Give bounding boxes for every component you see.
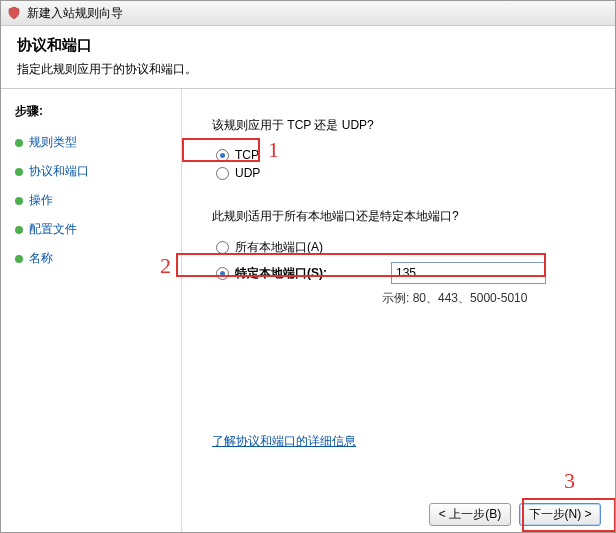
sidebar-item-action[interactable]: 操作 bbox=[15, 192, 171, 209]
sidebar-title: 步骤: bbox=[15, 103, 171, 120]
back-button[interactable]: < 上一步(B) bbox=[429, 503, 511, 526]
sidebar: 步骤: 规则类型 协议和端口 操作 配置文件 名称 bbox=[1, 89, 181, 533]
radio-specific-ports[interactable] bbox=[216, 267, 229, 280]
question-ports: 此规则适用于所有本地端口还是特定本地端口? bbox=[212, 208, 597, 225]
annotation-3: 3 bbox=[564, 468, 575, 494]
sidebar-item-profile[interactable]: 配置文件 bbox=[15, 221, 171, 238]
footer: < 上一步(B) 下一步(N) > bbox=[429, 503, 601, 526]
shield-icon bbox=[7, 6, 21, 20]
sidebar-item-label: 协议和端口 bbox=[29, 163, 89, 180]
learn-more-text: 了解协议和端口的详细信息 bbox=[212, 434, 356, 448]
bullet-icon bbox=[15, 226, 23, 234]
group-ports: 此规则适用于所有本地端口还是特定本地端口? 所有本地端口(A) 特定本地端口(S… bbox=[212, 208, 597, 307]
sidebar-item-rule-type[interactable]: 规则类型 bbox=[15, 134, 171, 151]
bullet-icon bbox=[15, 139, 23, 147]
page-title: 协议和端口 bbox=[17, 36, 599, 55]
sidebar-item-name[interactable]: 名称 bbox=[15, 250, 171, 267]
body: 步骤: 规则类型 协议和端口 操作 配置文件 名称 该 bbox=[1, 89, 615, 533]
wizard-window: 新建入站规则向导 协议和端口 指定此规则应用于的协议和端口。 步骤: 规则类型 … bbox=[0, 0, 616, 533]
radio-udp-label: UDP bbox=[235, 166, 260, 180]
radio-specific-ports-label: 特定本地端口(S): bbox=[235, 265, 385, 282]
window-title: 新建入站规则向导 bbox=[27, 1, 123, 25]
bullet-icon bbox=[15, 255, 23, 263]
sidebar-item-label: 配置文件 bbox=[29, 221, 77, 238]
titlebar: 新建入站规则向导 bbox=[1, 1, 615, 26]
sidebar-item-label: 规则类型 bbox=[29, 134, 77, 151]
content: 该规则应用于 TCP 还是 UDP? TCP UDP 此规则适用于所有本地端口还… bbox=[181, 89, 615, 533]
sidebar-item-label: 操作 bbox=[29, 192, 53, 209]
radio-row-specific-ports[interactable]: 特定本地端口(S): bbox=[216, 262, 597, 284]
specific-ports-input[interactable] bbox=[391, 262, 546, 284]
question-protocol: 该规则应用于 TCP 还是 UDP? bbox=[212, 117, 597, 134]
radio-tcp-label: TCP bbox=[235, 148, 259, 162]
radio-tcp[interactable] bbox=[216, 149, 229, 162]
learn-more-link[interactable]: 了解协议和端口的详细信息 bbox=[212, 433, 356, 450]
next-button[interactable]: 下一步(N) > bbox=[519, 503, 601, 526]
radio-udp[interactable] bbox=[216, 167, 229, 180]
header: 协议和端口 指定此规则应用于的协议和端口。 bbox=[1, 26, 615, 88]
bullet-icon bbox=[15, 168, 23, 176]
ports-example: 示例: 80、443、5000-5010 bbox=[382, 290, 597, 307]
radio-all-ports[interactable] bbox=[216, 241, 229, 254]
page-subtitle: 指定此规则应用于的协议和端口。 bbox=[17, 61, 599, 78]
sidebar-item-protocol-port[interactable]: 协议和端口 bbox=[15, 163, 171, 180]
sidebar-item-label: 名称 bbox=[29, 250, 53, 267]
radio-row-tcp[interactable]: TCP bbox=[216, 148, 597, 162]
radio-row-all-ports[interactable]: 所有本地端口(A) bbox=[216, 239, 597, 256]
radio-all-ports-label: 所有本地端口(A) bbox=[235, 239, 323, 256]
bullet-icon bbox=[15, 197, 23, 205]
radio-row-udp[interactable]: UDP bbox=[216, 166, 597, 180]
